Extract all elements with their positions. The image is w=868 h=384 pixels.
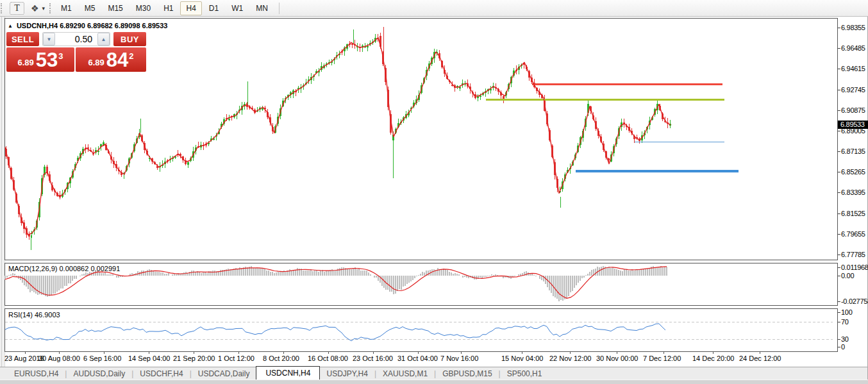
symbol-tab-EURUSD-H4[interactable]: EURUSD,H4 xyxy=(8,367,65,380)
panel-splitter[interactable] xyxy=(4,306,838,308)
date-axis-label: 31 Oct 04:00 xyxy=(397,355,438,362)
axis-tick xyxy=(838,339,840,340)
date-axis-label: 7 Nov 16:00 xyxy=(440,355,478,362)
panel-splitter[interactable] xyxy=(4,260,838,263)
timeframe-button-H4[interactable]: H4 xyxy=(180,1,201,15)
date-axis-tick xyxy=(328,352,329,354)
mt4-window: T ❖ ▾ M1M5M15M30H1H4D1W1MN ▲ USDCNH,H4 6… xyxy=(0,0,868,384)
drawing-tools-button[interactable]: ❖ ▾ xyxy=(31,4,45,13)
price-axis-label: 6.92745 xyxy=(841,86,868,94)
timeframe-button-D1[interactable]: D1 xyxy=(203,1,224,15)
price-axis-label: 6.98355 xyxy=(841,24,868,31)
date-axis-label: 23 Oct 16:00 xyxy=(353,355,393,362)
macd-label: MACD(12,26,9) 0.000862 0.002991 xyxy=(8,265,120,272)
timeframe-button-W1[interactable]: W1 xyxy=(226,1,249,15)
timeframe-toolbar: M1M5M15M30H1H4D1W1MN xyxy=(55,1,274,15)
buy-price-box[interactable]: 6.89 84 2 xyxy=(76,47,146,72)
volume-increase-button[interactable]: ▲ xyxy=(97,33,110,46)
date-axis-label: 21 Sep 20:00 xyxy=(173,355,215,362)
axis-tick xyxy=(838,131,840,131)
symbol-tab-USDCHF-H4[interactable]: USDCHF,H4 xyxy=(133,367,189,380)
date-axis-tick xyxy=(373,352,374,354)
chart-tab-bar: EURUSD,H4|AUDUSD,Daily|USDCHF,H4|USDCAD,… xyxy=(0,367,868,380)
date-axis-tick xyxy=(617,352,617,354)
volume-stepper: ▼ 0.50 ▲ xyxy=(42,32,110,46)
buy-price-big: 84 xyxy=(106,49,128,72)
price-axis-label: 6.83395 xyxy=(841,188,868,196)
axis-tick xyxy=(838,255,840,255)
text-tool-button[interactable]: T xyxy=(10,2,24,15)
price-axis-label: 6.96485 xyxy=(841,44,868,52)
volume-input[interactable]: 0.50 xyxy=(55,33,97,46)
sell-price-big: 53 xyxy=(36,49,58,72)
date-axis-label: 14 Dec 20:00 xyxy=(692,355,734,362)
status-strip xyxy=(0,380,868,384)
price-axis-label: 6.77785 xyxy=(841,251,868,258)
date-axis-tick xyxy=(713,352,714,354)
symbol-tab-XAUUSD-M1[interactable]: XAUUSD,M1 xyxy=(376,367,434,380)
timeframe-button-M15[interactable]: M15 xyxy=(102,1,128,15)
date-axis-label: 7 Dec 12:00 xyxy=(643,355,681,362)
date-axis-tick xyxy=(25,352,26,354)
timeframe-button-MN[interactable]: MN xyxy=(250,1,274,15)
price-axis-label: 100 xyxy=(841,308,868,316)
timeframe-button-M1[interactable]: M1 xyxy=(55,1,78,15)
price-axis-label: 70 xyxy=(841,318,868,326)
rsi-indicator-panel[interactable] xyxy=(4,308,838,352)
date-axis-tick xyxy=(283,352,284,354)
sell-price-pip: 3 xyxy=(58,51,63,72)
axis-tick xyxy=(838,192,840,193)
price-axis-label: 0.011968 xyxy=(841,263,868,271)
axis-tick xyxy=(838,276,840,276)
date-axis-label: 30 Aug 08:00 xyxy=(38,355,80,362)
axis-tick xyxy=(838,267,840,268)
date-axis-tick xyxy=(522,352,522,354)
buy-button[interactable]: BUY xyxy=(113,32,146,46)
axis-tick xyxy=(838,234,840,235)
date-axis-label: 8 Oct 20:00 xyxy=(263,355,299,362)
symbol-tab-USDJPY-H4[interactable]: USDJPY,H4 xyxy=(320,367,374,380)
drawing-tool-icon: ❖ xyxy=(31,4,39,13)
collapse-panel-icon[interactable]: ▲ xyxy=(8,23,13,29)
current-price-tag: 6.89533 xyxy=(838,121,868,129)
toolbar-separator xyxy=(279,3,280,14)
symbol-tab-USDCAD-Daily[interactable]: USDCAD,Daily xyxy=(192,367,256,380)
timeframe-button-H1[interactable]: H1 xyxy=(158,1,179,15)
date-axis-label: 24 Dec 12:00 xyxy=(739,355,781,362)
date-axis-tick xyxy=(664,352,664,354)
price-axis-label: 0.00 xyxy=(841,272,868,280)
toolbar-grip[interactable] xyxy=(1,3,2,13)
symbol-tab-GBPUSD-M15[interactable]: GBPUSD,M15 xyxy=(436,367,498,380)
rsi-label: RSI(14) 46.9003 xyxy=(8,311,60,319)
axis-tick xyxy=(838,110,840,111)
toolbar-grip[interactable] xyxy=(49,3,51,13)
sell-price-box[interactable]: 6.89 53 3 xyxy=(6,47,74,72)
date-axis-tick xyxy=(149,352,149,354)
ohlc-text: USDCNH,H4 6.89290 6.89682 6.89098 6.8953… xyxy=(17,22,167,29)
buy-price-pip: 2 xyxy=(129,51,133,72)
symbol-tab-USDCNH-H4[interactable]: USDCNH,H4 xyxy=(256,366,320,380)
symbol-tab-AUDUSD-Daily[interactable]: AUDUSD,Daily xyxy=(67,367,131,380)
volume-decrease-button[interactable]: ▼ xyxy=(43,33,55,46)
date-axis-tick xyxy=(104,352,104,354)
chevron-down-icon[interactable]: ▾ xyxy=(42,5,46,12)
price-axis-label: 0 xyxy=(841,343,868,351)
date-axis-tick xyxy=(461,352,462,354)
axis-tick xyxy=(838,151,840,152)
timeframe-button-M30[interactable]: M30 xyxy=(130,1,156,15)
price-axis-label: 6.79655 xyxy=(841,230,868,238)
symbol-tab-SP500-H1[interactable]: SP500,H1 xyxy=(501,367,549,380)
price-axis-label: 30 xyxy=(841,335,868,343)
date-axis-tick xyxy=(418,352,419,354)
axis-tick xyxy=(838,312,840,313)
price-axis-label: 6.87135 xyxy=(841,147,868,155)
date-axis-label: 16 Oct 08:00 xyxy=(308,355,348,362)
macd-indicator-panel[interactable] xyxy=(4,263,838,306)
one-click-trading-panel: SELL ▼ 0.50 ▲ BUY 6.89 53 3 6.89 84 2 xyxy=(6,32,146,72)
axis-tick xyxy=(838,28,840,28)
timeframe-button-M5[interactable]: M5 xyxy=(79,1,101,15)
sell-button[interactable]: SELL xyxy=(6,32,39,46)
date-axis-tick xyxy=(760,352,760,354)
date-axis-label: 30 Nov 00:00 xyxy=(596,355,638,362)
price-axis-label: 6.85265 xyxy=(841,168,868,176)
